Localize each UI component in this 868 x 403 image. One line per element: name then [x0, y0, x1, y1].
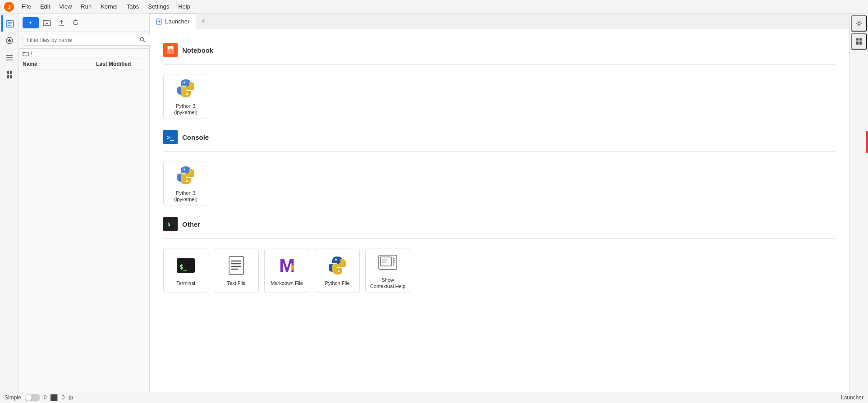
new-tab-button[interactable]: +	[196, 14, 210, 29]
status-right: Launcher	[841, 394, 863, 401]
text-file-label: Text File	[227, 280, 246, 286]
file-browser-sidebar: + +	[19, 14, 150, 392]
svg-rect-14	[7, 71, 9, 74]
menu-file[interactable]: File	[18, 2, 35, 11]
menu-kernel[interactable]: Kernel	[97, 2, 121, 11]
right-settings-btn[interactable]	[851, 15, 867, 32]
python-file-label: Python File	[325, 280, 349, 286]
terminal-count: 0	[61, 394, 64, 401]
svg-point-8	[8, 39, 11, 42]
terminal-label: Terminal	[176, 280, 195, 286]
menu-run[interactable]: Run	[77, 2, 95, 11]
other-section-title: Other	[182, 220, 200, 228]
new-folder-button[interactable]	[41, 16, 53, 29]
python3-console-icon	[175, 165, 197, 186]
tab-launcher-label: Launcher	[165, 18, 189, 25]
kernel-count: 0	[44, 394, 47, 401]
python3-notebook-icon	[175, 78, 197, 99]
notebook-divider	[163, 64, 836, 65]
app-logo: J	[4, 1, 14, 12]
console-cards: Python 3 (ipykernel)	[163, 161, 836, 206]
col-modified-header[interactable]: Last Modified	[96, 61, 146, 67]
console-section-title: Console	[182, 133, 209, 141]
new-launcher-button[interactable]: + +	[23, 17, 39, 28]
python3-console-card[interactable]: Python 3 (ipykernel)	[163, 161, 208, 206]
running-icon-btn[interactable]	[1, 32, 18, 49]
statusbar-launcher-label: Launcher	[841, 394, 863, 401]
console-section-header: >_ Console	[163, 130, 836, 144]
svg-point-22	[140, 37, 144, 41]
menu-view[interactable]: View	[55, 2, 75, 11]
notebook-section-header: Notebook	[163, 43, 836, 57]
extensions-icon-btn[interactable]	[1, 67, 18, 83]
notebook-cards: Python 3 (ipykernel)	[163, 74, 836, 119]
svg-rect-57	[856, 38, 859, 41]
svg-point-31	[186, 93, 188, 95]
python-file-icon	[326, 255, 348, 276]
other-section-icon: $_	[163, 217, 178, 231]
commands-icon-btn[interactable]	[1, 50, 18, 66]
python3-notebook-card[interactable]: Python 3 (ipykernel)	[163, 74, 208, 119]
menu-tabs[interactable]: Tabs	[123, 2, 142, 11]
markdown-file-card[interactable]: M Markdown File	[264, 248, 309, 293]
markdown-icon: M	[276, 255, 298, 276]
col-name-header[interactable]: Name ↑	[23, 61, 96, 67]
svg-rect-36	[229, 256, 243, 275]
sidebar-toolbar: + +	[19, 14, 149, 32]
terminal-card[interactable]: $_ Terminal	[163, 248, 208, 293]
right-sidebar	[849, 14, 868, 392]
mode-label: Simple	[5, 394, 21, 401]
search-input[interactable]	[23, 35, 151, 46]
svg-rect-13	[10, 75, 12, 78]
launcher-tab-icon	[156, 18, 162, 25]
refresh-button[interactable]	[69, 16, 82, 29]
file-table-header: Name ↑ Last Modified	[19, 59, 149, 69]
svg-text:J: J	[7, 4, 10, 10]
simple-mode-toggle[interactable]	[25, 394, 40, 401]
text-file-icon	[225, 255, 247, 276]
left-icon-bar	[0, 14, 19, 392]
svg-point-33	[186, 180, 188, 182]
notebook-section-title: Notebook	[182, 46, 213, 54]
text-file-card[interactable]: Text File	[214, 248, 259, 293]
contextual-help-label: Show Contextual Help	[369, 277, 406, 290]
svg-rect-56	[859, 41, 862, 45]
console-section-icon: >_	[163, 130, 178, 144]
svg-point-44	[338, 270, 340, 272]
python-file-card[interactable]: Python File	[315, 248, 360, 293]
svg-line-23	[144, 41, 146, 42]
upload-button[interactable]	[55, 16, 68, 29]
svg-rect-55	[856, 41, 859, 45]
menu-settings[interactable]: Settings	[144, 2, 173, 11]
terminal-card-icon: $_	[175, 255, 197, 276]
contextual-help-icon	[377, 252, 399, 273]
svg-point-54	[858, 23, 860, 25]
main-layout: + +	[0, 14, 868, 392]
breadcrumb: /	[19, 49, 149, 59]
right-extensions-btn[interactable]	[851, 33, 867, 50]
svg-rect-25	[23, 52, 28, 56]
svg-text:$_: $_	[179, 263, 187, 271]
svg-rect-58	[859, 38, 862, 41]
statusbar-settings-btn[interactable]: ⚙	[68, 394, 74, 401]
launcher-panel: Notebook	[150, 29, 849, 392]
tab-launcher[interactable]: Launcher	[150, 14, 196, 29]
files-icon-btn[interactable]	[1, 15, 18, 32]
drag-handle[interactable]	[866, 131, 868, 153]
plus-icon: +	[29, 19, 32, 26]
menu-edit[interactable]: Edit	[37, 2, 54, 11]
other-divider	[163, 238, 836, 239]
svg-rect-12	[7, 75, 9, 78]
python3-notebook-label: Python 3 (ipykernel)	[167, 103, 204, 116]
tab-bar: Launcher +	[150, 14, 849, 29]
contextual-help-card[interactable]: Show Contextual Help	[365, 248, 410, 293]
search-button[interactable]	[139, 37, 146, 44]
breadcrumb-path: /	[31, 50, 32, 57]
content-area: Launcher + Notebook	[150, 14, 849, 392]
svg-point-30	[184, 82, 185, 83]
menu-help[interactable]: Help	[175, 2, 194, 11]
markdown-file-label: Markdown File	[271, 280, 303, 286]
terminal-count-icon: ⬛	[50, 394, 58, 401]
console-divider	[163, 151, 836, 152]
status-left: Simple 0 ⬛ 0 ⚙	[5, 394, 74, 401]
